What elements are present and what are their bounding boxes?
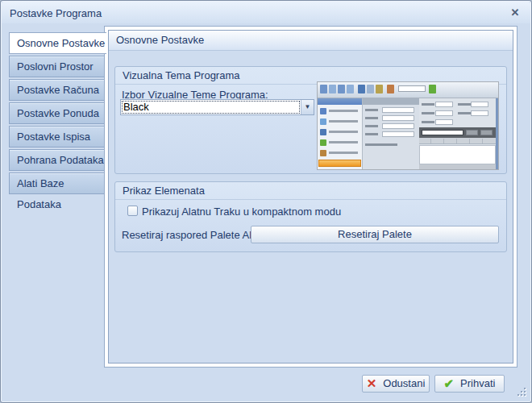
cancel-button[interactable]: ✕ Odustani	[362, 375, 430, 393]
tab-alati-baze-podataka[interactable]: Alati Baze Podataka	[9, 172, 105, 194]
theme-combo[interactable]: Black ▼	[120, 99, 314, 115]
close-icon[interactable]: ✕	[508, 6, 522, 20]
resize-grip-icon[interactable]	[517, 388, 527, 397]
tab-postavke-ponuda[interactable]: Postavke Ponuda	[9, 102, 105, 124]
compact-toolbar-checkbox-label[interactable]: Prikazuj Alatnu Traku u kompaktnom modu	[142, 206, 341, 218]
accept-button[interactable]: ✔ Prihvati	[434, 375, 505, 393]
theme-combo-value[interactable]: Black	[121, 100, 301, 114]
chevron-down-icon[interactable]: ▼	[301, 100, 314, 114]
tab-page: Osnovne Postavke Vizualna Tema Programa …	[104, 26, 517, 368]
tab-osnovne-postavke[interactable]: Osnovne Postavke	[9, 32, 106, 54]
thumb-grid-area	[419, 98, 498, 169]
panel-header: Osnovne Postavke	[109, 31, 513, 51]
theme-preview-image	[317, 81, 499, 170]
cancel-button-label: Odustani	[383, 376, 425, 392]
reset-palette-button[interactable]: Resetiraj Palete	[251, 226, 499, 243]
thumb-toolbar	[318, 82, 498, 98]
tab-postavke-racuna[interactable]: Postavke Računa	[9, 79, 105, 101]
cancel-x-icon: ✕	[367, 376, 377, 391]
display-elements-group: Prikaz Elemenata Prikazuj Alatnu Traku u…	[114, 181, 507, 252]
title-bar[interactable]: Postavke Programa ✕	[2, 2, 530, 23]
reset-palette-label: Resetiraj raspored Palete Alata	[122, 229, 266, 241]
content-panel: Osnovne Postavke Vizualna Tema Programa …	[108, 30, 513, 364]
visual-theme-group: Vizualna Tema Programa Izbor Vizualne Te…	[114, 66, 507, 174]
settings-dialog: Postavke Programa ✕ Osnovne Postavke Pos…	[0, 0, 532, 403]
tab-pohrana-podataka[interactable]: Pohrana Podataka	[9, 149, 105, 171]
dialog-title: Postavke Programa	[10, 7, 102, 19]
compact-toolbar-checkbox[interactable]	[127, 206, 138, 216]
thumb-sidebar	[318, 98, 363, 169]
display-group-title: Prikaz Elemenata	[115, 182, 506, 200]
tab-postavke-ispisa[interactable]: Postavke Ispisa	[9, 126, 105, 147]
tab-poslovni-prostor[interactable]: Poslovni Prostor	[9, 56, 105, 77]
reset-palette-button-label: Resetiraj Palete	[338, 226, 412, 243]
accept-check-icon: ✔	[444, 376, 455, 391]
accept-button-label: Prihvati	[460, 376, 495, 392]
thumb-form	[363, 98, 419, 169]
